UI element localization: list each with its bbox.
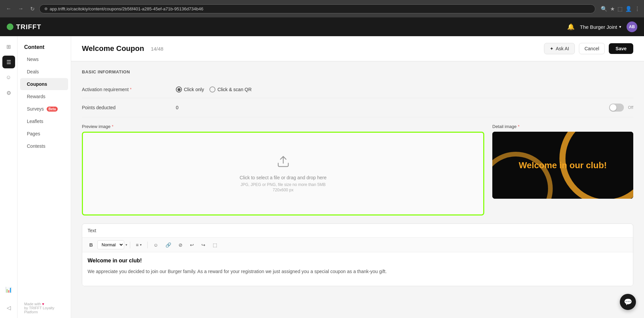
redo-button[interactable]: ↪ [198, 241, 208, 249]
editor-heading: Welcome in our club! [88, 258, 628, 264]
sidebar-item-deals[interactable]: Deals [20, 66, 68, 78]
click-scan-radio[interactable] [209, 86, 215, 92]
upload-icon [277, 155, 290, 171]
image-insert-button[interactable]: ⬚ [210, 241, 220, 249]
menu-icon[interactable]: ⋮ [635, 6, 640, 12]
text-editor-section: Text B Normal ▾ ≡ ▾ [82, 224, 633, 286]
detail-required-star: * [518, 124, 519, 129]
bookmark-icon[interactable]: ★ [610, 6, 615, 12]
ask-ai-button[interactable]: ✦ Ask AI [544, 43, 575, 54]
redo-icon: ↪ [201, 242, 205, 248]
sidebar-item-pages[interactable]: Pages [20, 128, 68, 140]
rewards-label: Rewards [27, 94, 45, 99]
activation-requirement-row: Activation requirement * Click only Clic… [82, 81, 633, 98]
beta-badge: Beta [47, 107, 58, 112]
click-only-radio[interactable] [176, 86, 182, 92]
sidebar-item-coupons[interactable]: Coupons [20, 78, 68, 90]
undo-button[interactable]: ↩ [187, 241, 197, 249]
click-only-label: Click only [184, 87, 204, 92]
news-label: News [27, 57, 39, 62]
image-insert-icon: ⬚ [213, 242, 217, 248]
emoji-icon-btn[interactable]: ☺ [2, 71, 15, 84]
avatar[interactable]: AB [627, 21, 637, 32]
chat-button[interactable]: 💬 [620, 294, 636, 310]
ai-icon: ✦ [550, 46, 554, 51]
detail-image-content: Welcome in our club! [492, 132, 633, 199]
points-toggle[interactable]: Off [609, 104, 633, 112]
click-scan-label: Click & scan QR [217, 87, 252, 92]
list-chevron-icon: ▾ [140, 243, 142, 247]
toolbar-divider-1 [130, 242, 130, 248]
save-button[interactable]: Save [609, 43, 633, 54]
points-deducted-row: Points deducted 0 Off [82, 98, 633, 117]
back-button[interactable]: ← [4, 4, 13, 13]
contests-label: Contests [27, 143, 45, 149]
toolbar-divider-2 [147, 242, 148, 248]
page-header-right: ✦ Ask AI Cancel Save [544, 43, 633, 54]
pages-label: Pages [27, 131, 40, 136]
logo-text: TRIFFT [16, 23, 41, 31]
search-icon[interactable]: 🔍 [601, 6, 607, 12]
editor-content[interactable]: Welcome in our club! We appreciate you d… [82, 252, 633, 286]
points-value: 0 [176, 105, 179, 110]
sidebar-item-rewards[interactable]: Rewards [20, 90, 68, 103]
icon-rail: ⊞ ☰ ☺ ⚙ 📊 ◁ [0, 36, 17, 318]
preview-image-label: Preview image * [82, 124, 484, 129]
link-button[interactable]: 🔗 [162, 241, 174, 249]
extensions-icon[interactable]: ⬚ [617, 6, 623, 12]
surveys-label: Surveys [27, 106, 44, 112]
form-content: BASIC INFORMATION Activation requirement… [71, 61, 644, 294]
detail-image-section: Detail image * Welcome in our club! [492, 124, 633, 215]
dashboard-icon-btn[interactable]: ⊞ [2, 40, 15, 53]
list-button[interactable]: ≡ ▾ [133, 241, 145, 249]
sidebar-item-news[interactable]: News [20, 53, 68, 65]
chevron-style-icon: ▾ [126, 243, 127, 247]
chevron-down-icon: ▾ [619, 24, 621, 29]
toggle-track[interactable] [609, 104, 624, 112]
forward-button[interactable]: → [16, 4, 26, 13]
footer-line1: Made with ♥ [24, 302, 64, 306]
detail-image-label: Detail image * [492, 124, 633, 129]
editor-body: We appreciate you decided to join our Bu… [88, 268, 628, 275]
sidebar-item-leaflets[interactable]: Leaflets [20, 115, 68, 127]
emoji-button[interactable]: ☺ [150, 241, 161, 249]
address-bar[interactable]: ⊕ app.trifft.io/cacitokiy/content/coupon… [39, 4, 595, 13]
click-scan-qr-option[interactable]: Click & scan QR [209, 86, 252, 92]
toggle-label: Off [628, 105, 633, 110]
page-header: Welcome Coupon 14/48 ✦ Ask AI Cancel Sav… [71, 36, 644, 61]
sidebar-item-surveys[interactable]: Surveys Beta [20, 103, 68, 115]
undo-icon: ↩ [190, 242, 194, 248]
upload-size: 720x600 px [273, 188, 293, 192]
collapse-icon-btn[interactable]: ◁ [2, 301, 15, 314]
section-title: BASIC INFORMATION [82, 69, 633, 74]
refresh-button[interactable]: ↻ [28, 4, 37, 13]
brand-selector[interactable]: The Burger Joint ▾ [580, 24, 621, 30]
style-select[interactable]: Normal [97, 240, 124, 249]
settings-icon-btn[interactable]: ⚙ [2, 86, 15, 99]
page-header-left: Welcome Coupon 14/48 [82, 44, 163, 53]
bold-button[interactable]: B [86, 240, 96, 249]
detail-image-text: Welcome in our club! [519, 160, 607, 171]
activation-requirement-label: Activation requirement * [82, 87, 176, 92]
nav-panel: Content News Deals Coupons Rewards Surve… [17, 36, 71, 318]
preview-image-upload[interactable]: Click to select a file or drag and drop … [82, 132, 484, 215]
content-icon-btn[interactable]: ☰ [2, 56, 15, 68]
clear-format-button[interactable]: ⊘ [176, 241, 186, 249]
profile-icon[interactable]: 👤 [625, 6, 632, 12]
cancel-button[interactable]: Cancel [579, 43, 605, 54]
notification-bell-icon[interactable]: 🔔 [567, 23, 575, 30]
upload-format: JPG, JPEG or PNG, file size no more than… [241, 182, 326, 187]
click-only-option[interactable]: Click only [176, 86, 204, 92]
gold-circle-2 [492, 152, 553, 199]
browser-chrome: ← → ↻ ⊕ app.trifft.io/cacitokiy/content/… [0, 0, 644, 17]
clear-format-icon: ⊘ [179, 242, 183, 248]
chat-icon: 💬 [624, 298, 632, 306]
heart-icon: ♥ [42, 302, 44, 306]
detail-image-box[interactable]: Welcome in our club! [492, 132, 633, 199]
activation-requirement-control: Click only Click & scan QR [176, 86, 633, 92]
list-icon: ≡ [136, 242, 139, 248]
image-section: Preview image * Click to [82, 124, 633, 215]
sidebar-item-contests[interactable]: Contests [20, 140, 68, 152]
content-area: Welcome Coupon 14/48 ✦ Ask AI Cancel Sav… [71, 36, 644, 318]
analytics-icon-btn[interactable]: 📊 [2, 283, 15, 296]
